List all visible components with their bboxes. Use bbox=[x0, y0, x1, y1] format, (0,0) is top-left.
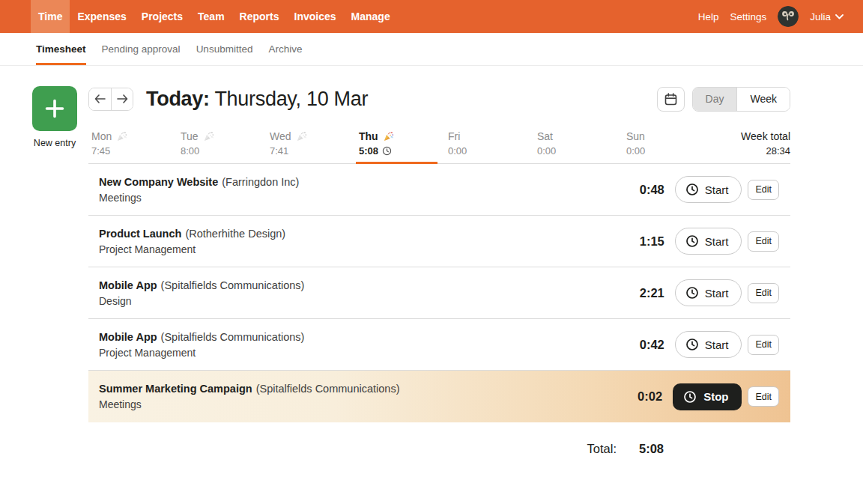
entry-row: Mobile App(Spitalfields Communications) … bbox=[88, 319, 790, 371]
calendar-button[interactable] bbox=[657, 87, 685, 112]
entry-project: Summer Marketing Campaign bbox=[99, 383, 252, 395]
entry-row: Mobile App(Spitalfields Communications) … bbox=[88, 267, 790, 319]
date-nav bbox=[88, 88, 133, 111]
day-tab-sun[interactable]: Sun 0:00 bbox=[623, 130, 712, 163]
current-date: Thursday, 10 Mar bbox=[214, 88, 368, 110]
clock-icon bbox=[382, 146, 392, 156]
clock-icon bbox=[685, 286, 699, 300]
entry-task: Meetings bbox=[99, 192, 299, 204]
user-name: Julia bbox=[810, 11, 831, 22]
edit-entry-button[interactable]: Edit bbox=[748, 231, 779, 252]
chevron-down-icon bbox=[835, 14, 844, 19]
timesheet-panel: Today: Thursday, 10 Mar Day Week Mon bbox=[88, 66, 790, 456]
day-week-toggle: Day Week bbox=[692, 87, 790, 112]
week-view-button[interactable]: Week bbox=[737, 88, 790, 111]
entry-project: Mobile App bbox=[99, 279, 157, 291]
main-nav: Time Expenses Projects Team Reports Invo… bbox=[31, 0, 398, 33]
entry-row-running: Summer Marketing Campaign(Spitalfields C… bbox=[88, 371, 790, 422]
entry-list: New Company Website(Farringdon Inc) Meet… bbox=[88, 164, 790, 422]
entry-duration: 2:21 bbox=[612, 286, 664, 300]
nav-item-manage[interactable]: Manage bbox=[344, 0, 398, 33]
nav-item-reports[interactable]: Reports bbox=[232, 0, 287, 33]
entry-project: Mobile App bbox=[99, 331, 157, 343]
entry-row: Product Launch(Rotherhithe Design) Proje… bbox=[88, 216, 790, 267]
entry-task: Project Management bbox=[99, 243, 285, 255]
view-controls: Day Week bbox=[657, 87, 790, 112]
next-day-button[interactable] bbox=[111, 88, 133, 110]
day-tab-tue[interactable]: Tue 8:00 bbox=[178, 130, 267, 163]
avatar-icon bbox=[778, 6, 799, 27]
entry-task: Design bbox=[99, 295, 304, 307]
nav-item-invoices[interactable]: Invoices bbox=[287, 0, 344, 33]
clock-icon bbox=[685, 338, 699, 351]
nav-item-time[interactable]: Time bbox=[31, 0, 70, 33]
day-total-label: Total: bbox=[587, 442, 617, 456]
start-timer-button[interactable]: Start bbox=[675, 228, 742, 255]
calendar-icon bbox=[664, 92, 678, 106]
entry-client: (Spitalfields Communications) bbox=[161, 279, 305, 291]
nav-item-expenses[interactable]: Expenses bbox=[70, 0, 133, 33]
tab-pending-approval[interactable]: Pending approval bbox=[102, 33, 181, 65]
help-link[interactable]: Help bbox=[698, 11, 719, 22]
top-nav: Time Expenses Projects Team Reports Invo… bbox=[0, 0, 863, 33]
start-timer-button[interactable]: Start bbox=[675, 279, 742, 306]
party-popper-icon bbox=[296, 131, 307, 142]
previous-day-button[interactable] bbox=[89, 88, 111, 110]
tab-timesheet[interactable]: Timesheet bbox=[36, 33, 86, 65]
edit-entry-button[interactable]: Edit bbox=[748, 283, 779, 303]
entry-task: Project Management bbox=[99, 347, 304, 359]
today-label: Today: bbox=[146, 88, 210, 110]
stop-timer-button[interactable]: Stop bbox=[673, 383, 742, 410]
entry-duration: 0:48 bbox=[612, 183, 664, 197]
day-tab-sat[interactable]: Sat 0:00 bbox=[534, 130, 623, 163]
day-total: Total: 5:08 bbox=[88, 442, 790, 456]
nav-item-projects[interactable]: Projects bbox=[134, 0, 190, 33]
entry-client: (Spitalfields Communications) bbox=[256, 383, 400, 395]
entry-duration: 0:42 bbox=[612, 338, 664, 352]
entry-duration: 0:02 bbox=[610, 389, 662, 404]
user-menu[interactable]: Julia bbox=[810, 11, 844, 22]
week-total: Week total 28:34 bbox=[712, 130, 790, 163]
clock-icon bbox=[683, 390, 697, 404]
entry-task: Meetings bbox=[99, 398, 399, 410]
entry-client: (Spitalfields Communications) bbox=[161, 331, 305, 343]
day-tab-thu[interactable]: Thu 5:08 bbox=[356, 130, 445, 163]
settings-link[interactable]: Settings bbox=[730, 11, 766, 22]
tab-archive[interactable]: Archive bbox=[268, 33, 302, 65]
nav-item-team[interactable]: Team bbox=[190, 0, 232, 33]
entry-project: New Company Website bbox=[99, 176, 218, 188]
clock-icon bbox=[685, 183, 699, 196]
week-total-value: 28:34 bbox=[712, 145, 790, 157]
week-total-label: Week total bbox=[712, 130, 790, 142]
party-popper-icon bbox=[203, 131, 214, 142]
tab-unsubmitted[interactable]: Unsubmitted bbox=[196, 33, 253, 65]
entry-client: (Rotherhithe Design) bbox=[185, 228, 285, 240]
entry-row: New Company Website(Farringdon Inc) Meet… bbox=[88, 164, 790, 216]
start-timer-button[interactable]: Start bbox=[675, 176, 742, 203]
timesheet-tab-bar: Timesheet Pending approval Unsubmitted A… bbox=[0, 33, 863, 66]
start-timer-button[interactable]: Start bbox=[675, 331, 742, 358]
day-view-button[interactable]: Day bbox=[693, 88, 738, 111]
day-tab-wed[interactable]: Wed 7:41 bbox=[267, 130, 356, 163]
page-title: Today: Thursday, 10 Mar bbox=[146, 88, 368, 111]
entry-client: (Farringdon Inc) bbox=[222, 176, 299, 188]
day-total-value: 5:08 bbox=[639, 442, 664, 456]
date-header: Today: Thursday, 10 Mar Day Week bbox=[88, 86, 790, 112]
edit-entry-button[interactable]: Edit bbox=[748, 386, 779, 407]
new-entry-button[interactable] bbox=[32, 86, 77, 131]
top-nav-right: Help Settings Julia bbox=[698, 0, 844, 33]
day-tab-mon[interactable]: Mon 7:45 bbox=[88, 130, 178, 163]
party-popper-icon bbox=[116, 131, 127, 142]
main-content: New entry Today: Thursday, 10 Mar bbox=[0, 66, 863, 456]
day-tab-fri[interactable]: Fri 0:00 bbox=[445, 130, 534, 163]
party-popper-icon bbox=[383, 131, 394, 142]
plus-icon bbox=[42, 96, 67, 121]
edit-entry-button[interactable]: Edit bbox=[748, 335, 779, 355]
entry-project: Product Launch bbox=[99, 228, 181, 240]
user-avatar[interactable] bbox=[778, 6, 799, 27]
new-entry: New entry bbox=[32, 86, 77, 148]
new-entry-label: New entry bbox=[32, 138, 77, 148]
week-strip: Mon 7:45 Tue 8:00 Wed 7:41 Thu 5:08 Fri … bbox=[88, 127, 790, 164]
entry-duration: 1:15 bbox=[612, 234, 664, 249]
edit-entry-button[interactable]: Edit bbox=[748, 180, 779, 200]
